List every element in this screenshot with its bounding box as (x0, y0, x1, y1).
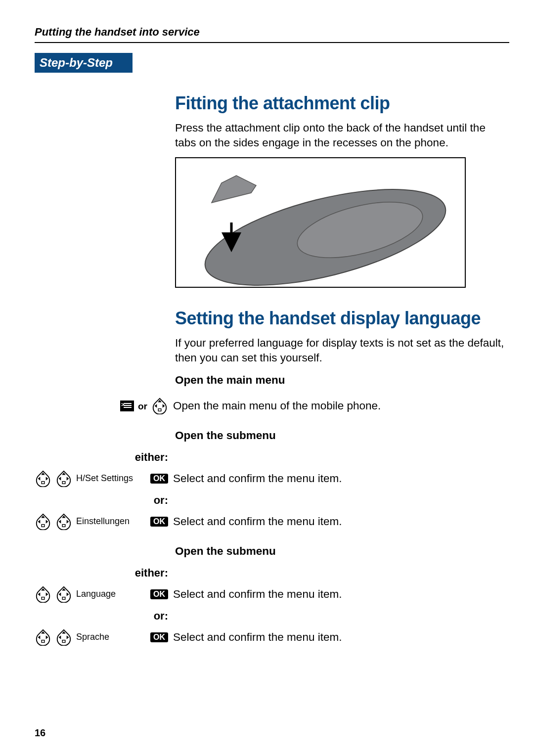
svg-marker-20 (67, 520, 69, 524)
svg-marker-11 (59, 477, 61, 481)
step-by-step-tab: Step-by-Step (35, 53, 133, 73)
svg-rect-13 (62, 482, 65, 484)
header-rule (35, 42, 509, 43)
ok-badge: OK (150, 517, 168, 527)
svg-marker-23 (38, 592, 41, 596)
svg-rect-25 (42, 597, 44, 599)
svg-rect-29 (62, 597, 65, 599)
section1-para: Press the attachment clip onto the back … (175, 121, 509, 150)
page-number: 16 (35, 726, 45, 739)
svg-marker-16 (46, 520, 48, 524)
open-main-menu-heading: Open the main menu (175, 373, 509, 388)
svg-marker-15 (38, 520, 41, 524)
svg-rect-5 (158, 409, 161, 411)
svg-marker-32 (46, 635, 48, 639)
row-text-einstellungen: Select and confirm the menu item. (173, 514, 509, 529)
svg-marker-7 (38, 477, 41, 481)
nav-key-icon (35, 513, 51, 530)
row-text-hset: Select and confirm the menu item. (173, 471, 509, 486)
svg-marker-28 (67, 592, 69, 596)
either-label-1: either: (35, 450, 173, 464)
svg-rect-37 (62, 640, 65, 642)
ok-badge: OK (150, 632, 168, 642)
svg-rect-21 (62, 525, 65, 527)
either-label-2: either: (35, 566, 173, 580)
open-submenu-heading-1: Open the submenu (175, 428, 509, 443)
running-head: Putting the handset into service (35, 25, 509, 39)
svg-marker-24 (46, 592, 48, 596)
ok-badge: OK (150, 589, 168, 599)
section2-para: If your preferred language for display t… (175, 336, 509, 365)
svg-marker-35 (59, 635, 61, 639)
nav-key-icon (55, 629, 72, 646)
svg-rect-17 (42, 525, 44, 527)
svg-marker-4 (163, 404, 165, 408)
svg-marker-31 (38, 635, 41, 639)
nav-key-icon (55, 586, 72, 603)
nav-key-icon (55, 513, 72, 530)
section-title-clip: Fitting the attachment clip (175, 91, 509, 115)
handset-illustration (175, 157, 466, 288)
ok-badge: OK (150, 474, 168, 484)
svg-marker-8 (46, 477, 48, 481)
open-submenu-heading-2: Open the submenu (175, 544, 509, 559)
svg-marker-12 (67, 477, 69, 481)
nav-key-icon (35, 470, 51, 487)
menu-icon (120, 400, 134, 411)
row-text-language: Select and confirm the menu item. (173, 587, 509, 602)
svg-marker-3 (155, 404, 157, 408)
nav-key-icon (35, 629, 51, 646)
or-label-2: or: (35, 609, 173, 623)
nav-key-icon (151, 398, 168, 414)
or-label-1: or: (35, 493, 173, 507)
nav-key-icon (55, 470, 72, 487)
section-title-language: Setting the handset display language (175, 307, 509, 330)
handset-svg (177, 158, 464, 287)
open-main-menu-text: Open the main menu of the mobile phone. (173, 399, 509, 413)
svg-marker-36 (67, 635, 69, 639)
svg-rect-9 (42, 482, 44, 484)
menu-item-hset: H/Set Settings (76, 473, 146, 485)
nav-key-icon (35, 586, 51, 603)
menu-item-language: Language (76, 588, 146, 600)
menu-item-sprache: Sprache (76, 631, 146, 643)
or-word: or (138, 400, 147, 412)
svg-marker-27 (59, 592, 61, 596)
svg-marker-19 (59, 520, 61, 524)
row-text-sprache: Select and confirm the menu item. (173, 630, 509, 645)
svg-rect-33 (42, 640, 44, 642)
menu-item-einstellungen: Einstellungen (76, 516, 146, 528)
